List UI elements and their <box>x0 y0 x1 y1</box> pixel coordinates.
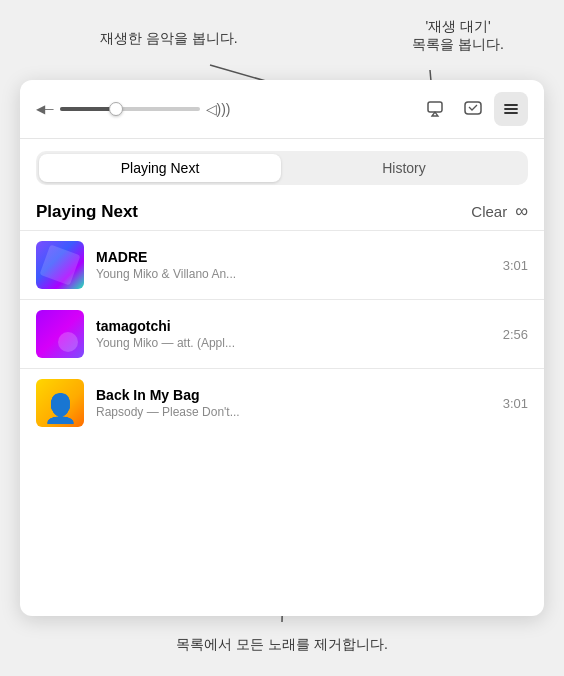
track-name: MADRE <box>96 249 495 265</box>
track-art-tamagotchi <box>36 310 84 358</box>
track-list: MADRE Young Miko & Villano An... 3:01 ta… <box>20 230 544 437</box>
track-artist: Rapsody — Please Don't... <box>96 405 495 419</box>
volume-max-icon: ◁))) <box>206 101 231 117</box>
track-info: Back In My Bag Rapsody — Please Don't... <box>96 387 495 419</box>
section-header: Playing Next Clear ∞ <box>20 197 544 230</box>
queue-panel: ◀─ ◁))) <box>20 80 544 616</box>
toolbar-icons <box>418 92 528 126</box>
tab-history[interactable]: History <box>283 154 525 182</box>
volume-control: ◀─ ◁))) <box>36 101 408 117</box>
track-art-madre <box>36 241 84 289</box>
track-item[interactable]: MADRE Young Miko & Villano An... 3:01 <box>20 230 544 299</box>
section-actions: Clear ∞ <box>471 201 528 222</box>
track-name: tamagotchi <box>96 318 495 334</box>
section-title: Playing Next <box>36 202 138 222</box>
track-duration: 3:01 <box>503 396 528 411</box>
track-artist: Young Miko — att. (Appl... <box>96 336 495 350</box>
track-item[interactable]: Back In My Bag Rapsody — Please Don't...… <box>20 368 544 437</box>
track-duration: 3:01 <box>503 258 528 273</box>
volume-slider[interactable] <box>60 107 200 111</box>
track-item[interactable]: tamagotchi Young Miko — att. (Appl... 2:… <box>20 299 544 368</box>
lyrics-button[interactable] <box>456 92 490 126</box>
svg-rect-3 <box>428 102 442 112</box>
annotation-top-right: '재생 대기' 목록을 봅니다. <box>412 18 504 54</box>
svg-rect-4 <box>465 102 481 114</box>
annotation-bottom: 목록에서 모든 노래를 제거합니다. <box>0 636 564 654</box>
airplay-button[interactable] <box>418 92 452 126</box>
track-artist: Young Miko & Villano An... <box>96 267 495 281</box>
track-info: MADRE Young Miko & Villano An... <box>96 249 495 281</box>
tab-playing-next[interactable]: Playing Next <box>39 154 281 182</box>
queue-button[interactable] <box>494 92 528 126</box>
track-art-backinmybag <box>36 379 84 427</box>
annotation-top-left: 재생한 음악을 봅니다. <box>100 30 238 48</box>
track-name: Back In My Bag <box>96 387 495 403</box>
tabs-container: Playing Next History <box>36 151 528 185</box>
volume-min-icon: ◀─ <box>36 102 54 116</box>
clear-button[interactable]: Clear <box>471 203 507 220</box>
track-info: tamagotchi Young Miko — att. (Appl... <box>96 318 495 350</box>
track-duration: 2:56 <box>503 327 528 342</box>
infinity-button[interactable]: ∞ <box>515 201 528 222</box>
toolbar: ◀─ ◁))) <box>20 80 544 139</box>
